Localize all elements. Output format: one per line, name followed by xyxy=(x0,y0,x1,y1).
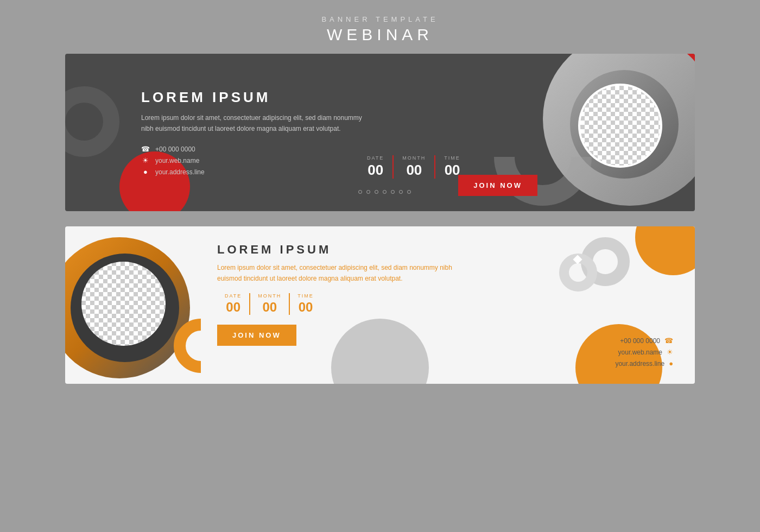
b2-date-label: DATE xyxy=(225,293,242,299)
b1-dot-1 xyxy=(358,190,362,194)
phone-icon: ☎ xyxy=(141,145,150,153)
b2-date-value: 00 xyxy=(225,300,242,315)
b2-join-button[interactable]: JOIN NOW xyxy=(217,325,296,346)
b2-heading: LOREM IPSUM xyxy=(217,243,521,257)
page-subtitle: BANNER TEMPLATE xyxy=(321,15,438,23)
globe-icon: ☀ xyxy=(667,348,673,356)
b2-orange-corner-circle xyxy=(635,226,695,275)
b1-date-block: DATE 00 xyxy=(358,155,394,179)
page-header: BANNER TEMPLATE WEBINAR xyxy=(321,0,438,54)
globe-icon: ☀ xyxy=(141,156,150,164)
b2-month-label: MONTH xyxy=(258,293,281,299)
b1-website: your.web.name xyxy=(155,157,199,164)
b1-month-value: 00 xyxy=(402,162,426,179)
b1-month-block: MONTH 00 xyxy=(394,155,435,179)
b1-join-button[interactable]: JOIN NOW xyxy=(458,175,537,196)
b2-month-value: 00 xyxy=(258,300,281,315)
page-title: WEBINAR xyxy=(321,26,438,44)
b2-contact: +00 000 0000 ☎ your.web.name ☀ your.addr… xyxy=(615,337,673,368)
b1-dots xyxy=(358,190,411,194)
b1-time-label: TIME xyxy=(444,155,460,161)
b1-desc: Lorem ipsum dolor sit amet, consectetuer… xyxy=(141,112,375,135)
b2-website: your.web.name xyxy=(618,349,662,356)
b1-circle-photo xyxy=(578,84,662,168)
b1-month-label: MONTH xyxy=(402,155,426,161)
location-icon: ● xyxy=(669,359,673,368)
b1-phone: +00 000 0000 xyxy=(155,145,195,153)
b1-datetime: DATE 00 MONTH 00 TIME 00 xyxy=(358,155,469,179)
b2-circle-photo xyxy=(81,262,166,346)
banner2: LOREM IPSUM Lorem ipsum dolor sit amet, … xyxy=(65,226,695,384)
banner1: LOREM IPSUM Lorem ipsum dolor sit amet, … xyxy=(65,54,695,211)
b2-desc: Lorem ipsum dolor sit amet, consectetuer… xyxy=(217,262,478,284)
b1-address: your.address.line xyxy=(155,168,205,176)
location-icon: ● xyxy=(141,168,150,176)
b1-dot-6 xyxy=(399,190,403,194)
b2-content: LOREM IPSUM Lorem ipsum dolor sit amet, … xyxy=(217,243,521,346)
b1-date-value: 00 xyxy=(367,162,384,179)
b1-dot-2 xyxy=(366,190,370,194)
b2-datetime: DATE 00 MONTH 00 TIME 00 xyxy=(217,293,521,315)
phone-icon: ☎ xyxy=(664,337,673,345)
b2-address: your.address.line xyxy=(615,360,664,368)
b2-web-item: your.web.name ☀ xyxy=(618,348,673,356)
b2-date-block: DATE 00 xyxy=(217,293,250,315)
b1-bg-circle-left xyxy=(65,86,119,157)
b1-dot-3 xyxy=(375,190,378,194)
b2-time-value: 00 xyxy=(297,300,314,315)
b2-time-block: TIME 00 xyxy=(290,293,321,315)
b1-heading: LOREM IPSUM xyxy=(141,89,445,106)
b1-date-label: DATE xyxy=(367,155,384,161)
b1-dot-5 xyxy=(391,190,395,194)
b2-address-item: your.address.line ● xyxy=(615,359,673,368)
b1-dot-4 xyxy=(383,190,387,194)
b2-phone: +00 000 0000 xyxy=(620,337,660,345)
b1-phone-item: ☎ +00 000 0000 xyxy=(141,145,445,153)
b2-month-block: MONTH 00 xyxy=(250,293,290,315)
b1-content: LOREM IPSUM Lorem ipsum dolor sit amet, … xyxy=(141,54,445,211)
b2-time-label: TIME xyxy=(297,293,314,299)
b2-phone-item: +00 000 0000 ☎ xyxy=(620,337,673,345)
b1-dot-7 xyxy=(407,190,411,194)
